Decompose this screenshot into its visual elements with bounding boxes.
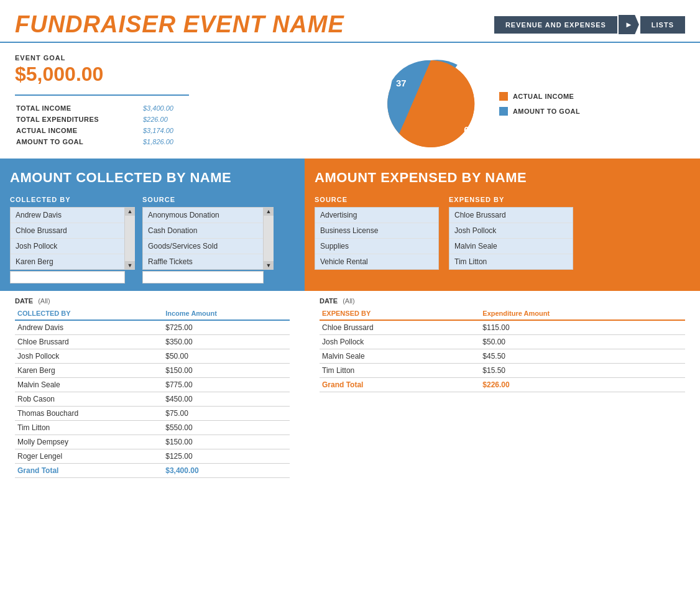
summary-row-total-income: TOTAL INCOME $3,400.00 <box>16 103 188 113</box>
exp-by-josh[interactable]: Josh Pollock <box>449 223 573 239</box>
slicer-source-anonymous[interactable]: Anonymous Donation <box>143 208 263 223</box>
slicer-item-josh-pollock[interactable]: Josh Pollock <box>11 239 124 254</box>
source-list[interactable]: Anonymous Donation Cash Donation Goods/S… <box>142 207 264 270</box>
slicer-source-goods[interactable]: Goods/Services Sold <box>143 239 263 254</box>
legend-color-orange <box>499 92 508 101</box>
collected-table-header-row: COLLECTED BY Income Amount <box>15 307 290 320</box>
slicer-source-cash[interactable]: Cash Donation <box>143 223 263 239</box>
tab-revenue-expenses[interactable]: REVENUE AND EXPENSES <box>494 16 617 34</box>
summary-value-amount-to-goal: $1,826.00 <box>124 137 188 147</box>
table-cell: Chloe Brussard <box>320 320 480 335</box>
slicer-item-karen-berg[interactable]: Karen Berg <box>11 254 124 269</box>
collected-date-row: DATE (All) <box>15 297 290 305</box>
source-list-wrapper: Anonymous Donation Cash Donation Goods/S… <box>142 207 274 270</box>
panels: AMOUNT COLLECTED BY NAME COLLECTED BY An… <box>0 159 700 291</box>
exp-source-list[interactable]: Advertising Business License Supplies Ve… <box>315 207 439 270</box>
table-row: Tim Litton$15.50 <box>320 364 685 378</box>
table-cell: Rob Cason <box>15 392 163 407</box>
table-row: Chloe Brussard$115.00 <box>320 320 685 335</box>
collected-slicers: COLLECTED BY Andrew Davis Chloe Brussard… <box>10 196 295 283</box>
slicer-item-andrew-davis[interactable]: Andrew Davis <box>11 208 124 223</box>
table-cell: $15.50 <box>480 364 685 378</box>
summary-table: TOTAL INCOME $3,400.00 TOTAL EXPENDITURE… <box>15 102 189 148</box>
table-cell: $50.00 <box>163 349 290 364</box>
table-cell: $350.00 <box>163 335 290 349</box>
summary-section: EVENT GOAL $5,000.00 TOTAL INCOME $3,400… <box>0 43 700 159</box>
collected-date-label: DATE <box>15 297 33 305</box>
expensed-table-body: Chloe Brussard$115.00Josh Pollock$50.00M… <box>320 320 685 392</box>
collected-table-section: DATE (All) COLLECTED BY Income Amount An… <box>0 291 305 484</box>
grand-total-cell: Grand Total <box>15 464 163 478</box>
exp-by-label: EXPENSED BY <box>449 196 573 203</box>
expensed-date-label: DATE <box>320 297 338 305</box>
table-cell: Karen Berg <box>15 364 163 378</box>
scroll-down-btn[interactable]: ▼ <box>125 261 135 270</box>
summary-label-amount-to-goal: AMOUNT TO GOAL <box>16 137 123 147</box>
exp-source-supplies[interactable]: Supplies <box>315 239 438 254</box>
divider <box>15 94 189 96</box>
table-cell: $50.00 <box>480 335 685 349</box>
source-scroll-up[interactable]: ▲ <box>264 207 274 216</box>
collected-by-list[interactable]: Andrew Davis Chloe Brussard Josh Pollock… <box>10 207 125 270</box>
exp-by-slicer: EXPENSED BY Chloe Brussard Josh Pollock … <box>449 196 573 270</box>
expensed-panel-title: AMOUNT EXPENSED BY NAME <box>315 170 690 186</box>
table-row: Chloe Brussard$350.00 <box>15 335 290 349</box>
table-row: Andrew Davis$725.00 <box>15 320 290 335</box>
exp-source-business-license[interactable]: Business License <box>315 223 438 239</box>
tab-lists[interactable]: LISTS <box>640 16 685 34</box>
collected-table-header-amount: Income Amount <box>163 307 290 320</box>
expensed-date-row: DATE (All) <box>320 297 685 305</box>
expensed-date-value: (All) <box>343 297 355 305</box>
panel-expensed: AMOUNT EXPENSED BY NAME SOURCE Advertisi… <box>305 159 700 291</box>
summary-label-total-expenditures: TOTAL EXPENDITURES <box>16 114 123 124</box>
table-cell: $450.00 <box>163 392 290 407</box>
collected-date-value: (All) <box>38 297 50 305</box>
page-title: FUNDRAISER EVENT NAME <box>15 11 344 38</box>
summary-value-total-income: $3,400.00 <box>124 103 188 113</box>
pie-chart: 37 63 <box>381 54 481 154</box>
expensed-table-header-row: EXPENSED BY Expenditure Amount <box>320 307 685 320</box>
table-cell: $150.00 <box>163 364 290 378</box>
source-scroll-down[interactable]: ▼ <box>264 261 274 270</box>
table-cell: Molly Dempsey <box>15 435 163 449</box>
table-cell: Tim Litton <box>15 421 163 435</box>
expensed-slicers: SOURCE Advertising Business License Supp… <box>315 196 690 270</box>
table-row: Roger Lengel$125.00 <box>15 449 290 464</box>
scroll-up-btn[interactable]: ▲ <box>125 207 135 216</box>
table-row: Karen Berg$150.00 <box>15 364 290 378</box>
panel-collected: AMOUNT COLLECTED BY NAME COLLECTED BY An… <box>0 159 305 291</box>
collected-table-header-by: COLLECTED BY <box>15 307 163 320</box>
table-cell: Josh Pollock <box>320 335 480 349</box>
source-slicer: SOURCE Anonymous Donation Cash Donation … <box>142 196 274 283</box>
table-cell: $115.00 <box>480 320 685 335</box>
legend-color-blue <box>499 107 508 116</box>
exp-by-list[interactable]: Chloe Brussard Josh Pollock Malvin Seale… <box>449 207 573 270</box>
table-cell: $75.00 <box>163 407 290 421</box>
table-row: Rob Cason$450.00 <box>15 392 290 407</box>
legend-actual-income: ACTUAL INCOME <box>499 92 580 101</box>
collected-by-input[interactable] <box>10 271 125 283</box>
slicer-item-chloe-brussard[interactable]: Chloe Brussard <box>11 223 124 239</box>
collected-by-scrollbar[interactable]: ▲ ▼ <box>125 207 135 270</box>
exp-source-vehicle-rental[interactable]: Vehicle Rental <box>315 254 438 269</box>
exp-source-advertising[interactable]: Advertising <box>315 208 438 223</box>
table-cell: $125.00 <box>163 449 290 464</box>
source-scroll-track <box>264 216 274 261</box>
source-scrollbar[interactable]: ▲ ▼ <box>264 207 274 270</box>
header: FUNDRAISER EVENT NAME REVENUE AND EXPENS… <box>0 0 700 43</box>
collected-table: COLLECTED BY Income Amount Andrew Davis$… <box>15 307 290 478</box>
summary-value-total-expenditures: $226.00 <box>124 114 188 124</box>
table-row: Malvin Seale$45.50 <box>320 349 685 364</box>
source-input[interactable] <box>142 271 264 283</box>
expensed-table-section: DATE (All) EXPENSED BY Expenditure Amoun… <box>305 291 700 484</box>
table-cell: Tim Litton <box>320 364 480 378</box>
exp-by-malvin[interactable]: Malvin Seale <box>449 239 573 254</box>
collected-by-label: COLLECTED BY <box>10 196 135 203</box>
table-row: Tim Litton$550.00 <box>15 421 290 435</box>
slicer-source-raffle[interactable]: Raffle Tickets <box>143 254 263 269</box>
exp-by-tim[interactable]: Tim Litton <box>449 254 573 269</box>
legend-label-actual-income: ACTUAL INCOME <box>513 93 574 100</box>
expensed-table-header-by: EXPENSED BY <box>320 307 480 320</box>
expensed-table: EXPENSED BY Expenditure Amount Chloe Bru… <box>320 307 685 392</box>
exp-by-chloe[interactable]: Chloe Brussard <box>449 208 573 223</box>
